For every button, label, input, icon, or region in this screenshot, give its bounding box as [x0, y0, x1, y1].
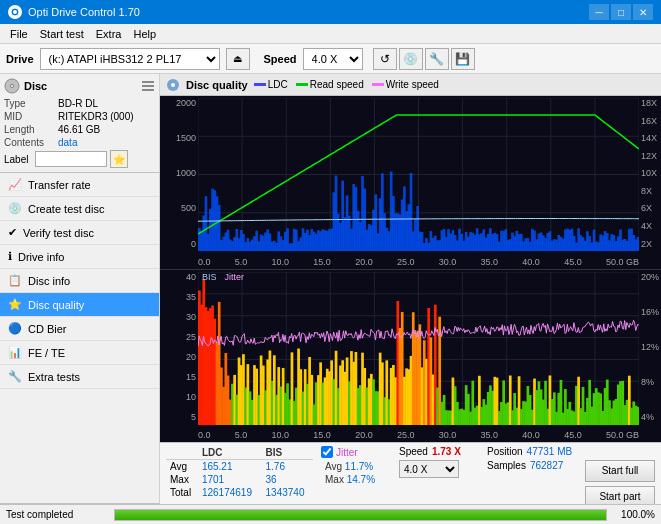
disc-quality-title: Disc quality: [186, 79, 248, 91]
ldc-column-header: LDC: [198, 446, 262, 460]
avg-ldc: 165.21: [198, 460, 262, 474]
jitter-avg: 11.7%: [345, 461, 373, 472]
sidebar-item-fe-te[interactable]: 📊 FE / TE: [0, 341, 159, 365]
sidebar-item-cd-bier[interactable]: 🔵 CD Bier: [0, 317, 159, 341]
svg-point-9: [171, 83, 175, 87]
sidebar-item-disc-quality[interactable]: ⭐ Disc quality: [0, 293, 159, 317]
jitter-checkbox[interactable]: [321, 446, 333, 458]
top-chart: 2000 1500 1000 500 0 18X 16X 14X 12X 10X…: [160, 96, 661, 270]
sidebar-item-disc-info[interactable]: 📋 Disc info: [0, 269, 159, 293]
contents-label: Contents: [4, 137, 58, 148]
ldc-legend-dot: [254, 83, 266, 86]
drive-info-icon: ℹ: [8, 250, 12, 263]
contents-value: data: [58, 137, 77, 148]
chart-legend: LDC Read speed Write speed: [254, 79, 439, 90]
write-speed-legend-label: Write speed: [386, 79, 439, 90]
refresh-button[interactable]: ↺: [373, 48, 397, 70]
ldc-legend-label: LDC: [268, 79, 288, 90]
max-bis: 36: [262, 473, 313, 486]
drive-select[interactable]: (k:) ATAPI iHBS312 2 PL17: [40, 48, 220, 70]
speed-select[interactable]: 4.0 X: [303, 48, 363, 70]
close-button[interactable]: ✕: [633, 4, 653, 20]
create-test-disc-icon: 💿: [8, 202, 22, 215]
speed-select-stats[interactable]: 4.0 X: [399, 460, 459, 478]
type-value: BD-R DL: [58, 98, 98, 109]
start-full-button[interactable]: Start full: [585, 460, 655, 482]
drive-label: Drive: [6, 53, 34, 65]
fe-te-label: FE / TE: [28, 347, 65, 359]
label-browse-button[interactable]: ⭐: [110, 150, 128, 168]
position-label: Position: [487, 446, 523, 457]
top-y-axis-left: 2000 1500 1000 500 0: [160, 96, 198, 251]
menu-extra[interactable]: Extra: [90, 27, 128, 41]
cd-bier-icon: 🔵: [8, 322, 22, 335]
nav-items: 📈 Transfer rate 💿 Create test disc ✔ Ver…: [0, 173, 159, 503]
sidebar-item-transfer-rate[interactable]: 📈 Transfer rate: [0, 173, 159, 197]
svg-rect-5: [142, 81, 154, 83]
status-bar: Test completed 100.0%: [0, 504, 661, 524]
create-test-disc-label: Create test disc: [28, 203, 104, 215]
fe-te-icon: 📊: [8, 346, 22, 359]
disc-icon: [4, 78, 20, 94]
disc-panel: Disc Type BD-R DL MID RITEKDR3 (000) Len…: [0, 74, 159, 173]
progress-bar: [114, 509, 607, 521]
app-icon: [8, 5, 22, 19]
samples-label: Samples: [487, 460, 526, 471]
minimize-button[interactable]: ─: [589, 4, 609, 20]
svg-point-4: [11, 85, 13, 87]
samples-value: 762827: [530, 460, 563, 471]
length-label: Length: [4, 124, 58, 135]
drive-bar: Drive (k:) ATAPI iHBS312 2 PL17 ⏏ Speed …: [0, 44, 661, 74]
label-input[interactable]: [35, 151, 107, 167]
avg-bis: 1.76: [262, 460, 313, 474]
total-bis: 1343740: [262, 486, 313, 499]
menu-bar: File Start test Extra Help: [0, 24, 661, 44]
svg-rect-7: [142, 89, 154, 91]
disc-info-label: Disc info: [28, 275, 70, 287]
avg-row: Avg 165.21 1.76: [166, 460, 313, 474]
extra-tests-label: Extra tests: [28, 371, 80, 383]
menu-file[interactable]: File: [4, 27, 34, 41]
progress-percent: 100.0%: [615, 509, 655, 520]
total-row: Total 126174619 1343740: [166, 486, 313, 499]
save-button[interactable]: 💾: [451, 48, 475, 70]
bottom-chart: BIS Jitter 40 35 30 25 20 15 10 5 20%: [160, 270, 661, 443]
cd-bier-label: CD Bier: [28, 323, 67, 335]
total-ldc: 126174619: [198, 486, 262, 499]
bottom-chart-subtitle: BIS Jitter: [202, 272, 244, 282]
write-speed-legend-dot: [372, 83, 384, 86]
progress-fill: [115, 510, 606, 520]
disc-button[interactable]: 💿: [399, 48, 423, 70]
settings-button[interactable]: 🔧: [425, 48, 449, 70]
disc-options-icon: [141, 79, 155, 93]
max-ldc: 1701: [198, 473, 262, 486]
eject-button[interactable]: ⏏: [226, 48, 250, 70]
type-label: Type: [4, 98, 58, 109]
sidebar-item-drive-info[interactable]: ℹ Drive info: [0, 245, 159, 269]
content-area: Disc quality LDC Read speed Write speed: [160, 74, 661, 524]
sidebar-item-extra-tests[interactable]: 🔧 Extra tests: [0, 365, 159, 389]
status-text: Test completed: [6, 509, 106, 520]
speed-label: Speed: [264, 53, 297, 65]
disc-quality-header: Disc quality LDC Read speed Write speed: [160, 74, 661, 96]
sidebar-item-create-test-disc[interactable]: 💿 Create test disc: [0, 197, 159, 221]
speed-label-stats: Speed: [399, 446, 428, 457]
bottom-y-axis-right: 20% 16% 12% 8% 4%: [639, 270, 661, 425]
length-value: 46.61 GB: [58, 124, 100, 135]
label-label: Label: [4, 154, 32, 165]
sidebar-item-verify-test-disc[interactable]: ✔ Verify test disc: [0, 221, 159, 245]
disc-quality-label: Disc quality: [28, 299, 84, 311]
top-x-axis: 0.05.010.015.020.025.030.035.040.045.050…: [198, 257, 639, 267]
mid-value: RITEKDR3 (000): [58, 111, 134, 122]
mid-label: MID: [4, 111, 58, 122]
menu-help[interactable]: Help: [127, 27, 162, 41]
read-speed-legend-label: Read speed: [310, 79, 364, 90]
menu-start-test[interactable]: Start test: [34, 27, 90, 41]
transfer-rate-label: Transfer rate: [28, 179, 91, 191]
maximize-button[interactable]: □: [611, 4, 631, 20]
disc-title: Disc: [24, 80, 47, 92]
title-bar: Opti Drive Control 1.70 ─ □ ✕: [0, 0, 661, 24]
svg-point-1: [13, 10, 17, 14]
speed-value: 1.73 X: [432, 446, 461, 457]
bis-column-header: BIS: [262, 446, 313, 460]
